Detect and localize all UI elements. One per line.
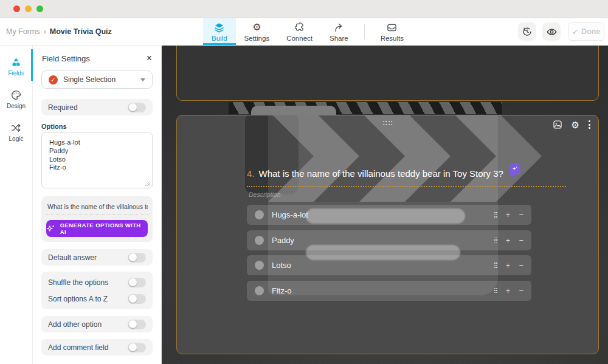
breadcrumb: My Forms › Movie Trivia Quiz: [6, 18, 112, 45]
rail-item-fields[interactable]: Fields: [0, 52, 32, 81]
ai-sparkle-icon: [512, 166, 518, 172]
radio-icon[interactable]: [255, 236, 264, 245]
ai-assistant-badge[interactable]: [510, 163, 520, 174]
panel-title: Field Settings: [42, 54, 90, 63]
generate-options-with-ai-button[interactable]: GENERATE OPTIONS WITH AI: [46, 220, 148, 237]
tab-results-label: Results: [381, 35, 404, 42]
close-window-button[interactable]: [13, 5, 20, 12]
tab-connect[interactable]: Connect: [278, 18, 321, 45]
shuffle-icon: [10, 122, 22, 134]
layers-icon: [213, 22, 225, 33]
header-actions: ✓ Done: [518, 22, 604, 41]
inbox-icon: [386, 22, 398, 33]
option-row-fitz-o[interactable]: Fitz-o + −: [247, 281, 531, 301]
options-textarea[interactable]: Hugs-a-lot Paddy Lotso Fitz-o: [42, 133, 152, 188]
resize-grip[interactable]: [145, 180, 150, 186]
ai-options-card: What is the name of the villainous teddy…: [41, 196, 153, 242]
option-label: Fitz-o: [272, 286, 494, 295]
option-row-hugs-a-lot[interactable]: Hugs-a-lot + −: [247, 205, 531, 225]
question-text[interactable]: What is the name of the villainous teddy…: [259, 168, 503, 179]
default-answer-toggle[interactable]: [128, 253, 146, 263]
question-underline: [247, 186, 566, 187]
option-drag-handle[interactable]: [494, 212, 497, 217]
add-option-icon[interactable]: +: [506, 236, 511, 245]
add-comment-field-label: Add comment field: [48, 343, 108, 352]
sort-options-toggle[interactable]: [128, 294, 146, 304]
option-label: Hugs-a-lot: [272, 210, 494, 219]
field-settings-panel: Field Settings × ✓ Single Selection Requ…: [33, 46, 162, 364]
option-drag-handle[interactable]: [494, 238, 497, 242]
remove-option-icon[interactable]: −: [519, 261, 523, 270]
tab-settings[interactable]: ⚙ Settings: [236, 18, 278, 45]
tab-build-label: Build: [212, 35, 227, 42]
window-title-bar: [0, 0, 608, 18]
breadcrumb-separator: ›: [44, 27, 46, 36]
radio-icon[interactable]: [255, 286, 264, 295]
shuffle-options-toggle[interactable]: [128, 278, 146, 287]
rail-design-label: Design: [7, 103, 26, 109]
close-icon[interactable]: ×: [147, 53, 152, 63]
option-drag-handle[interactable]: [494, 263, 497, 267]
breadcrumb-my-forms[interactable]: My Forms: [6, 27, 40, 36]
required-toggle[interactable]: [128, 103, 146, 112]
revision-history-button[interactable]: [518, 22, 536, 41]
tab-connect-label: Connect: [286, 35, 313, 42]
required-label: Required: [48, 103, 78, 112]
rail-item-logic[interactable]: Logic: [0, 117, 32, 146]
nav-divider: [364, 24, 365, 39]
radio-icon[interactable]: [255, 261, 264, 270]
previous-question-card[interactable]: [176, 46, 599, 101]
field-type-label: Single Selection: [63, 75, 135, 84]
more-options-icon[interactable]: [589, 120, 590, 129]
gear-icon: ⚙: [252, 22, 261, 33]
preview-button[interactable]: [542, 22, 561, 41]
question-card[interactable]: ⚙ 4. What is the name of the villainous …: [176, 115, 599, 354]
sort-options-label: Sort options A to Z: [48, 295, 108, 303]
clapperboard-art: [251, 106, 336, 115]
card-drag-handle[interactable]: [383, 121, 393, 125]
fields-shapes-icon: [11, 56, 21, 68]
remove-option-icon[interactable]: −: [519, 286, 523, 295]
remove-option-icon[interactable]: −: [519, 236, 523, 245]
tab-results[interactable]: Results: [372, 18, 412, 45]
option-label: Lotso: [272, 261, 494, 270]
breadcrumb-form-title[interactable]: Movie Trivia Quiz: [50, 27, 112, 36]
form-canvas: ⚙ 4. What is the name of the villainous …: [162, 46, 608, 364]
radio-icon[interactable]: [255, 210, 264, 219]
add-comment-field-toggle[interactable]: [128, 343, 146, 352]
puzzle-icon: [294, 22, 305, 33]
palette-icon: [10, 89, 22, 101]
add-option-icon[interactable]: +: [506, 210, 511, 219]
tab-share-label: Share: [330, 35, 348, 42]
remove-option-icon[interactable]: −: [519, 210, 523, 219]
gear-icon[interactable]: ⚙: [572, 120, 579, 129]
description-placeholder[interactable]: Description: [249, 191, 281, 198]
field-type-dropdown[interactable]: ✓ Single Selection: [41, 70, 153, 89]
history-icon: [522, 26, 533, 37]
share-arrow-icon: [333, 22, 345, 33]
tab-settings-label: Settings: [244, 35, 270, 42]
option-row-paddy[interactable]: Paddy + −: [247, 230, 531, 250]
tab-build[interactable]: Build: [203, 18, 236, 45]
rail-item-design[interactable]: Design: [0, 84, 32, 114]
single-selection-icon: ✓: [49, 75, 58, 84]
builder-nav: Build ⚙ Settings Connect Share Results: [203, 18, 412, 45]
maximize-window-button[interactable]: [36, 5, 43, 12]
ai-button-label: GENERATE OPTIONS WITH AI: [60, 222, 148, 235]
done-button[interactable]: ✓ Done: [568, 22, 604, 41]
rail-active-indicator: [31, 49, 33, 81]
minimize-window-button[interactable]: [25, 5, 32, 12]
tab-share[interactable]: Share: [321, 18, 357, 45]
done-label: Done: [581, 27, 600, 36]
add-other-option-toggle[interactable]: [128, 320, 146, 329]
option-drag-handle[interactable]: [494, 288, 497, 293]
option-row-lotso[interactable]: Lotso + −: [247, 255, 531, 275]
answer-options-list: Hugs-a-lot + − Paddy + −: [247, 205, 531, 306]
shuffle-options-label: Shuffle the options: [48, 278, 108, 287]
question-number: 4.: [247, 168, 255, 179]
ai-context-input[interactable]: What is the name of the villainous teddy…: [46, 202, 148, 215]
add-option-icon[interactable]: +: [506, 286, 511, 295]
check-icon: ✓: [572, 27, 578, 36]
image-icon[interactable]: [553, 120, 562, 129]
add-option-icon[interactable]: +: [506, 261, 511, 270]
